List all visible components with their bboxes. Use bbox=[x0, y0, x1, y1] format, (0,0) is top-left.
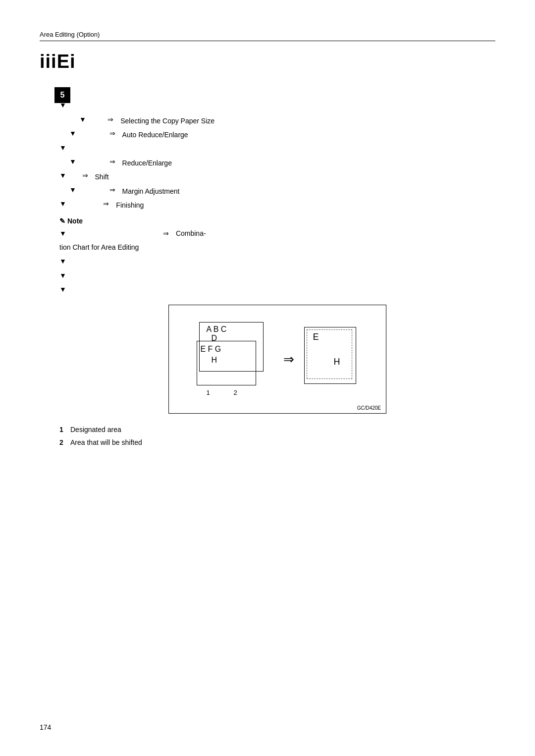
bullet-icon-9: ▼ bbox=[59, 200, 66, 208]
note-bullet-3: ▼ bbox=[59, 270, 495, 281]
bullet-text-7: Shift bbox=[95, 171, 109, 182]
arrow-5: ⇒ bbox=[109, 186, 115, 194]
content-area: ▼ ▼ ▼ ⇒ Selecting the Copy Paper Size ▼ … bbox=[59, 87, 495, 449]
bullet-line-5: ▼ bbox=[59, 144, 495, 155]
arrow-3: ⇒ bbox=[109, 158, 115, 165]
bullet-line-3: ▼ ⇒ Selecting the Copy Paper Size bbox=[79, 115, 495, 126]
letter-h-right: H bbox=[334, 357, 340, 367]
page: Area Editing (Option) iiiEi 5 ▼ ▼ ▼ ⇒ Se… bbox=[0, 0, 535, 756]
note-label: ✎ Note bbox=[59, 217, 495, 225]
note-bullet-2: ▼ bbox=[59, 256, 495, 267]
bullet-line-2: ▼ bbox=[59, 101, 495, 112]
list-item-2: 2 Area that will be shifted bbox=[59, 436, 495, 449]
letters-abc: A B C bbox=[207, 325, 227, 334]
note-title: Note bbox=[67, 217, 83, 225]
arrow-2: ⇒ bbox=[109, 129, 115, 137]
diagram-arrow: ⇒ bbox=[283, 352, 294, 367]
bullet-icon-7: ▼ bbox=[59, 171, 66, 179]
breadcrumb: Area Editing (Option) bbox=[40, 31, 100, 38]
note-bullet-icon-2: ▼ bbox=[59, 256, 66, 267]
note-line-2: tion Chart for Area Editing bbox=[59, 242, 495, 253]
diagram-credit: GC/D420E bbox=[357, 405, 381, 411]
list-text-1: Designated area bbox=[70, 424, 121, 436]
note-continuation: tion Chart for Area Editing bbox=[59, 243, 139, 251]
bullet-line-4: ▼ ⇒ Auto Reduce/Enlarge bbox=[69, 129, 495, 140]
list-num-2: 2 bbox=[59, 436, 67, 449]
arrow-4: ⇒ bbox=[82, 171, 88, 179]
bullet-text-8: Margin Adjustment bbox=[122, 186, 180, 197]
bullet-icon-8: ▼ bbox=[69, 186, 76, 194]
letters-efg: E F G bbox=[201, 345, 221, 354]
bullet-line-1: ▼ bbox=[59, 87, 495, 98]
note-bullet-4: ▼ bbox=[59, 284, 495, 295]
arrow-6: ⇒ bbox=[103, 200, 109, 208]
note-bullet-icon-4: ▼ bbox=[59, 284, 66, 295]
section-badge: 5 bbox=[54, 87, 70, 103]
arrow-1: ⇒ bbox=[107, 115, 113, 123]
note-bullet-icon-3: ▼ bbox=[59, 270, 66, 281]
bullet-text-9: Finishing bbox=[116, 200, 144, 211]
numbered-list: 1 Designated area 2 Area that will be sh… bbox=[59, 424, 495, 448]
letter-e-right: E bbox=[313, 332, 319, 342]
bullet-icon-6: ▼ bbox=[69, 158, 76, 165]
bullet-icon-5: ▼ bbox=[59, 144, 66, 152]
list-num-1: 1 bbox=[59, 424, 67, 436]
bullet-line-9: ▼ ⇒ Finishing bbox=[59, 200, 495, 211]
note-section: ✎ Note ▼ ⇒ Combina- tion Chart fo bbox=[59, 217, 495, 295]
label-2: 2 bbox=[234, 389, 237, 396]
note-bullet-icon-1: ▼ bbox=[59, 228, 66, 239]
list-item-1: 1 Designated area bbox=[59, 424, 495, 436]
header-line: Area Editing (Option) bbox=[40, 30, 495, 41]
bullet-line-7: ▼ ⇒ Shift bbox=[59, 171, 495, 182]
diagram-container: A B C D E F G H 1 2 ⇒ bbox=[168, 305, 386, 414]
main-content: 5 ▼ ▼ ▼ ⇒ Selecting the Copy Paper Size … bbox=[40, 87, 495, 449]
letter-h-left: H bbox=[212, 356, 217, 365]
bullet-text-3: Selecting the Copy Paper Size bbox=[120, 115, 214, 126]
bullet-line-8: ▼ ⇒ Margin Adjustment bbox=[69, 186, 495, 197]
bullet-text-6: Reduce/Enlarge bbox=[122, 158, 172, 168]
bullet-icon-3: ▼ bbox=[79, 115, 86, 123]
page-number: 174 bbox=[40, 723, 51, 731]
note-content: ▼ ⇒ Combina- tion Chart for Area Editing… bbox=[59, 228, 495, 295]
list-text-2: Area that will be shifted bbox=[70, 436, 142, 449]
page-title: iiiEi bbox=[40, 51, 495, 72]
right-diagram: E H bbox=[304, 327, 359, 391]
note-bullet-1: ▼ ⇒ Combina- bbox=[59, 228, 495, 239]
left-diagram: A B C D E F G H 1 2 bbox=[197, 322, 273, 396]
bullet-text-4: Auto Reduce/Enlarge bbox=[122, 129, 188, 140]
note-icon: ✎ bbox=[59, 217, 65, 225]
note-arrow-1: ⇒ bbox=[163, 228, 169, 239]
label-1: 1 bbox=[207, 389, 210, 396]
bullet-icon-4: ▼ bbox=[69, 129, 76, 137]
bullet-line-6: ▼ ⇒ Reduce/Enlarge bbox=[69, 158, 495, 168]
letter-d: D bbox=[212, 334, 217, 343]
